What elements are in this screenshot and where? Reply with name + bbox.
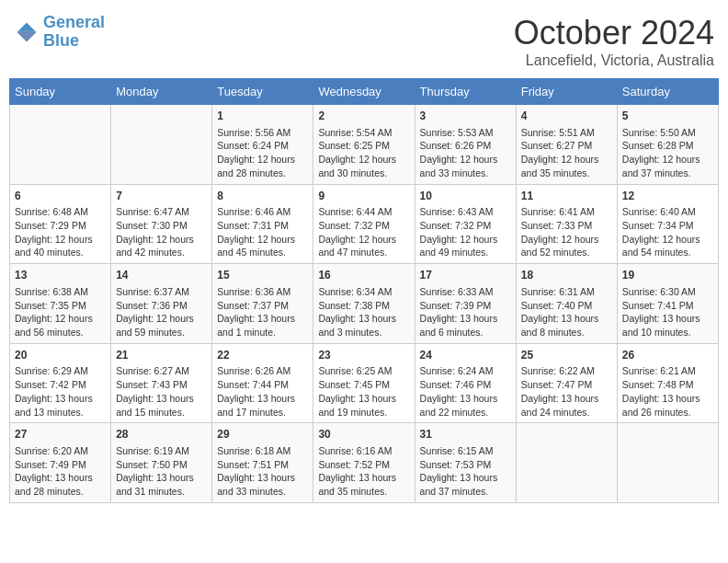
calendar-cell: 31Sunrise: 6:15 AM Sunset: 7:53 PM Dayli… — [415, 423, 516, 503]
day-info: Sunrise: 6:43 AM Sunset: 7:32 PM Dayligh… — [420, 205, 511, 259]
day-info: Sunrise: 5:50 AM Sunset: 6:28 PM Dayligh… — [622, 126, 713, 180]
calendar-cell: 29Sunrise: 6:18 AM Sunset: 7:51 PM Dayli… — [212, 423, 313, 503]
weekday-header-saturday: Saturday — [617, 79, 718, 105]
day-number: 20 — [15, 348, 106, 363]
weekday-header-thursday: Thursday — [415, 79, 516, 105]
day-info: Sunrise: 6:47 AM Sunset: 7:30 PM Dayligh… — [116, 205, 207, 259]
day-number: 12 — [622, 189, 713, 204]
day-info: Sunrise: 6:30 AM Sunset: 7:41 PM Dayligh… — [622, 285, 713, 339]
calendar-cell: 19Sunrise: 6:30 AM Sunset: 7:41 PM Dayli… — [617, 264, 718, 344]
calendar-cell: 21Sunrise: 6:27 AM Sunset: 7:43 PM Dayli… — [111, 343, 212, 423]
day-number: 26 — [622, 348, 713, 363]
day-number: 24 — [420, 348, 511, 363]
calendar-cell: 12Sunrise: 6:40 AM Sunset: 7:34 PM Dayli… — [617, 184, 718, 264]
page-header: General Blue October 2024 Lancefield, Vi… — [9, 9, 719, 69]
day-info: Sunrise: 6:48 AM Sunset: 7:29 PM Dayligh… — [15, 205, 106, 259]
day-number: 28 — [116, 427, 207, 442]
calendar-cell: 5Sunrise: 5:50 AM Sunset: 6:28 PM Daylig… — [617, 105, 718, 185]
day-number: 22 — [217, 348, 308, 363]
weekday-header-tuesday: Tuesday — [212, 79, 313, 105]
day-number: 30 — [318, 427, 409, 442]
day-info: Sunrise: 5:51 AM Sunset: 6:27 PM Dayligh… — [521, 126, 612, 180]
day-number: 10 — [420, 189, 511, 204]
calendar-cell: 17Sunrise: 6:33 AM Sunset: 7:39 PM Dayli… — [415, 264, 516, 344]
day-number: 13 — [15, 268, 106, 283]
calendar-cell: 28Sunrise: 6:19 AM Sunset: 7:50 PM Dayli… — [111, 423, 212, 503]
calendar-table: SundayMondayTuesdayWednesdayThursdayFrid… — [9, 78, 719, 503]
title-area: October 2024 Lancefield, Victoria, Austr… — [514, 14, 714, 69]
calendar-cell: 23Sunrise: 6:25 AM Sunset: 7:45 PM Dayli… — [313, 343, 415, 423]
calendar-cell: 15Sunrise: 6:36 AM Sunset: 7:37 PM Dayli… — [212, 264, 313, 344]
day-info: Sunrise: 6:36 AM Sunset: 7:37 PM Dayligh… — [217, 285, 308, 339]
weekday-header-monday: Monday — [111, 79, 212, 105]
day-info: Sunrise: 6:20 AM Sunset: 7:49 PM Dayligh… — [15, 444, 106, 499]
calendar-cell — [617, 423, 718, 503]
calendar-cell: 10Sunrise: 6:43 AM Sunset: 7:32 PM Dayli… — [415, 184, 516, 264]
day-number: 16 — [318, 268, 409, 283]
weekday-header-friday: Friday — [516, 79, 617, 105]
weekday-header-wednesday: Wednesday — [313, 79, 415, 105]
calendar-cell — [516, 423, 617, 503]
day-info: Sunrise: 5:56 AM Sunset: 6:24 PM Dayligh… — [217, 126, 308, 180]
calendar-cell: 26Sunrise: 6:21 AM Sunset: 7:48 PM Dayli… — [617, 343, 718, 423]
day-info: Sunrise: 5:53 AM Sunset: 6:26 PM Dayligh… — [420, 126, 511, 180]
calendar-cell: 30Sunrise: 6:16 AM Sunset: 7:52 PM Dayli… — [313, 423, 415, 503]
day-number: 3 — [420, 109, 511, 124]
calendar-cell: 20Sunrise: 6:29 AM Sunset: 7:42 PM Dayli… — [10, 343, 111, 423]
day-number: 25 — [521, 348, 612, 363]
day-info: Sunrise: 6:16 AM Sunset: 7:52 PM Dayligh… — [318, 444, 409, 499]
day-info: Sunrise: 6:46 AM Sunset: 7:31 PM Dayligh… — [217, 205, 308, 259]
calendar-cell: 22Sunrise: 6:26 AM Sunset: 7:44 PM Dayli… — [212, 343, 313, 423]
day-number: 4 — [521, 109, 612, 124]
day-info: Sunrise: 6:40 AM Sunset: 7:34 PM Dayligh… — [622, 205, 713, 259]
day-info: Sunrise: 6:38 AM Sunset: 7:35 PM Dayligh… — [15, 285, 106, 339]
calendar-cell: 11Sunrise: 6:41 AM Sunset: 7:33 PM Dayli… — [516, 184, 617, 264]
day-info: Sunrise: 6:26 AM Sunset: 7:44 PM Dayligh… — [217, 364, 308, 419]
day-number: 15 — [217, 268, 308, 283]
day-number: 23 — [318, 348, 409, 363]
logo: General Blue — [14, 14, 105, 51]
calendar-cell: 9Sunrise: 6:44 AM Sunset: 7:32 PM Daylig… — [313, 184, 415, 264]
day-number: 8 — [217, 189, 308, 204]
day-info: Sunrise: 6:37 AM Sunset: 7:36 PM Dayligh… — [116, 285, 207, 339]
day-number: 7 — [116, 189, 207, 204]
calendar-cell: 13Sunrise: 6:38 AM Sunset: 7:35 PM Dayli… — [10, 264, 111, 344]
calendar-cell: 14Sunrise: 6:37 AM Sunset: 7:36 PM Dayli… — [111, 264, 212, 344]
day-info: Sunrise: 6:15 AM Sunset: 7:53 PM Dayligh… — [420, 444, 511, 499]
day-number: 18 — [521, 268, 612, 283]
calendar-cell: 1Sunrise: 5:56 AM Sunset: 6:24 PM Daylig… — [212, 105, 313, 185]
day-info: Sunrise: 5:54 AM Sunset: 6:25 PM Dayligh… — [318, 126, 409, 180]
svg-marker-0 — [17, 22, 37, 32]
day-number: 6 — [15, 189, 106, 204]
day-number: 27 — [15, 427, 106, 442]
day-number: 2 — [318, 109, 409, 124]
day-info: Sunrise: 6:44 AM Sunset: 7:32 PM Dayligh… — [318, 205, 409, 259]
calendar-cell: 3Sunrise: 5:53 AM Sunset: 6:26 PM Daylig… — [415, 105, 516, 185]
day-number: 21 — [116, 348, 207, 363]
day-info: Sunrise: 6:31 AM Sunset: 7:40 PM Dayligh… — [521, 285, 612, 339]
day-info: Sunrise: 6:41 AM Sunset: 7:33 PM Dayligh… — [521, 205, 612, 259]
calendar-cell: 27Sunrise: 6:20 AM Sunset: 7:49 PM Dayli… — [10, 423, 111, 503]
day-info: Sunrise: 6:25 AM Sunset: 7:45 PM Dayligh… — [318, 364, 409, 419]
day-number: 9 — [318, 189, 409, 204]
day-info: Sunrise: 6:19 AM Sunset: 7:50 PM Dayligh… — [116, 444, 207, 499]
day-number: 5 — [622, 109, 713, 124]
day-info: Sunrise: 6:18 AM Sunset: 7:51 PM Dayligh… — [217, 444, 308, 499]
logo-icon — [14, 19, 40, 45]
day-number: 19 — [622, 268, 713, 283]
calendar-cell: 24Sunrise: 6:24 AM Sunset: 7:46 PM Dayli… — [415, 343, 516, 423]
logo-text: General Blue — [43, 14, 105, 51]
day-info: Sunrise: 6:27 AM Sunset: 7:43 PM Dayligh… — [116, 364, 207, 419]
location-title: Lancefield, Victoria, Australia — [514, 52, 714, 69]
day-info: Sunrise: 6:24 AM Sunset: 7:46 PM Dayligh… — [420, 364, 511, 419]
calendar-cell: 6Sunrise: 6:48 AM Sunset: 7:29 PM Daylig… — [10, 184, 111, 264]
calendar-cell: 18Sunrise: 6:31 AM Sunset: 7:40 PM Dayli… — [516, 264, 617, 344]
day-number: 17 — [420, 268, 511, 283]
month-title: October 2024 — [514, 14, 714, 52]
calendar-cell: 4Sunrise: 5:51 AM Sunset: 6:27 PM Daylig… — [516, 105, 617, 185]
calendar-cell — [111, 105, 212, 185]
weekday-header-sunday: Sunday — [10, 79, 111, 105]
day-number: 31 — [420, 427, 511, 442]
day-info: Sunrise: 6:33 AM Sunset: 7:39 PM Dayligh… — [420, 285, 511, 339]
calendar-cell: 2Sunrise: 5:54 AM Sunset: 6:25 PM Daylig… — [313, 105, 415, 185]
